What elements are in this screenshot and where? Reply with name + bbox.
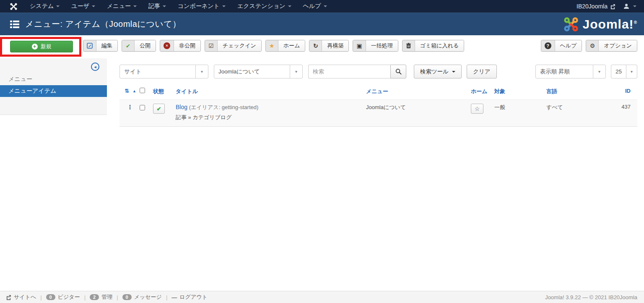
- messages-link[interactable]: 0 メッセージ: [122, 293, 162, 301]
- search-tools-button[interactable]: 検索ツール: [414, 65, 462, 78]
- nav-menu-menus[interactable]: メニュー: [101, 0, 143, 13]
- search-group: [308, 65, 406, 78]
- admins-link[interactable]: 2 管理: [90, 293, 112, 301]
- home-button[interactable]: ★ ホーム: [265, 40, 306, 52]
- sidebar-item-menus[interactable]: メニュー: [0, 73, 107, 85]
- checkbox-icon: ☑: [205, 40, 218, 51]
- header-title[interactable]: タイトル: [176, 88, 366, 95]
- clear-button[interactable]: クリア: [467, 65, 496, 78]
- home-toggle-button[interactable]: ☆: [471, 104, 483, 114]
- sort-ascending-icon[interactable]: ▲: [132, 89, 136, 93]
- rebuild-button-label: 再構築: [322, 40, 348, 51]
- item-title-link[interactable]: Blog: [176, 104, 187, 110]
- page-title-bar: メニュー: アイテム（Joomlaについて） Joomla!®: [0, 13, 644, 35]
- table-row: ⋮ ✔ Blog (エイリアス: getting-started): [119, 99, 637, 127]
- header-menu[interactable]: メニュー: [366, 88, 471, 95]
- nav-label: 記事: [148, 3, 160, 10]
- table-header-row: ⇅ ▲ 状態 タイトル メニュー ホーム 対象 言語 ID: [119, 84, 637, 99]
- user-menu[interactable]: [623, 3, 638, 10]
- sidebar-collapse-icon[interactable]: ◂: [91, 63, 99, 71]
- nav-label: ヘルプ: [303, 3, 321, 10]
- messages-label: メッセージ: [134, 293, 162, 301]
- nav-menu-components[interactable]: コンポーネント: [172, 0, 231, 13]
- header-language[interactable]: 言語: [546, 88, 611, 95]
- menu-type-select[interactable]: サイト ▾: [119, 65, 208, 78]
- toolbar-right: ? ヘルプ ⚙ オプション: [541, 40, 637, 52]
- header-status[interactable]: 状態: [153, 88, 176, 95]
- search-button[interactable]: [390, 65, 406, 78]
- select-all-checkbox[interactable]: [140, 88, 145, 93]
- item-alias: (エイリアス: getting-started): [189, 104, 259, 110]
- menu-items-icon: [10, 20, 19, 29]
- menu-select[interactable]: Joomlaについて ▾: [214, 65, 303, 78]
- sidebar-item-menu-items[interactable]: メニューアイテム: [0, 85, 107, 97]
- help-button[interactable]: ? ヘルプ: [541, 40, 582, 52]
- main-panel: サイト ▾ Joomlaについて ▾: [107, 57, 644, 127]
- new-button[interactable]: + 新規: [10, 41, 73, 52]
- page-title: メニュー: アイテム（Joomlaについて）: [25, 18, 181, 30]
- search-input[interactable]: [308, 65, 390, 78]
- chevron-down-icon: [324, 5, 327, 7]
- chevron-down-icon: ▾: [626, 65, 637, 78]
- status-published-button[interactable]: ✔: [153, 104, 165, 114]
- sort-order-value: 表示順 昇順: [536, 68, 593, 76]
- drag-handle-icon[interactable]: ⋮: [125, 104, 133, 110]
- trash-button[interactable]: ゴミ箱に入れる: [402, 40, 465, 52]
- toolbar: + 新規 編集 ✔ 公開 ✕ 非公開: [0, 35, 644, 57]
- home-button-label: ホーム: [278, 40, 305, 51]
- header-home[interactable]: ホーム: [471, 88, 494, 95]
- page-size-select[interactable]: 25 ▾: [611, 65, 637, 78]
- chevron-down-icon: [92, 5, 95, 7]
- nav-menu-extensions[interactable]: エクステンション: [231, 0, 297, 13]
- options-button-label: オプション: [599, 40, 637, 51]
- item-language: すべて: [546, 104, 611, 111]
- item-access: 一般: [494, 104, 546, 111]
- gear-icon: ⚙: [586, 40, 599, 51]
- chevron-down-icon: ▾: [290, 65, 302, 78]
- nav-label: エクステンション: [237, 3, 286, 10]
- logout-minus-icon: —: [171, 294, 177, 300]
- header-id[interactable]: ID: [611, 88, 637, 94]
- batch-icon: ▣: [353, 40, 366, 51]
- row-checkbox[interactable]: [140, 105, 145, 110]
- site-name: IB20Joomla: [576, 3, 608, 10]
- view-site-link[interactable]: IB20Joomla: [576, 3, 615, 10]
- nav-menu-system[interactable]: システム: [24, 0, 65, 13]
- ordering-sort-icon[interactable]: ⇅: [125, 88, 129, 94]
- chevron-down-icon: [633, 5, 636, 7]
- chevron-down-icon: [56, 5, 60, 7]
- joomla-mark-icon[interactable]: [10, 3, 17, 10]
- visitors-link[interactable]: 0 ビジター: [46, 293, 80, 301]
- publish-button-label: 公開: [135, 40, 156, 51]
- plus-circle-icon: +: [32, 44, 38, 50]
- header-access[interactable]: 対象: [494, 88, 546, 95]
- new-button-wrap: + 新規: [0, 40, 83, 52]
- separator: |: [40, 294, 42, 300]
- view-site-footer-link[interactable]: サイトへ: [6, 293, 36, 301]
- options-button[interactable]: ⚙ オプション: [586, 40, 637, 52]
- unpublish-button-label: 非公開: [174, 40, 200, 51]
- footer-links: サイトへ | 0 ビジター | 2 管理 | 0 メッセージ | — ログアウト: [6, 293, 208, 301]
- rebuild-button[interactable]: ↻ 再構築: [309, 40, 349, 52]
- unpublish-button[interactable]: ✕ 非公開: [160, 40, 201, 52]
- nav-menu-help[interactable]: ヘルプ: [297, 0, 333, 13]
- checkin-button[interactable]: ☑ チェックイン: [205, 40, 262, 52]
- nav-menu-users[interactable]: ユーザ: [65, 0, 101, 13]
- nav-menu-content[interactable]: 記事: [143, 0, 172, 13]
- logout-link[interactable]: — ログアウト: [171, 293, 208, 301]
- messages-badge: 0: [122, 294, 132, 300]
- navbar-right: IB20Joomla: [576, 3, 638, 10]
- batch-button[interactable]: ▣ 一括処理: [353, 40, 398, 52]
- chevron-down-icon: [133, 5, 137, 7]
- nav-label: システム: [30, 3, 54, 10]
- view-site-label: サイトへ: [14, 293, 36, 301]
- nav-label: コンポーネント: [178, 3, 220, 10]
- refresh-icon: ↻: [309, 40, 322, 51]
- edit-button[interactable]: 編集: [83, 40, 118, 52]
- joomla-logo-icon: [564, 17, 579, 32]
- publish-button[interactable]: ✔ 公開: [122, 40, 156, 52]
- footer-version: Joomla! 3.9.22 — © 2021 IB20Joomla: [545, 294, 637, 300]
- clear-label: クリア: [473, 68, 490, 76]
- sort-order-select[interactable]: 表示順 昇順 ▾: [535, 65, 606, 78]
- search-icon: [395, 68, 402, 75]
